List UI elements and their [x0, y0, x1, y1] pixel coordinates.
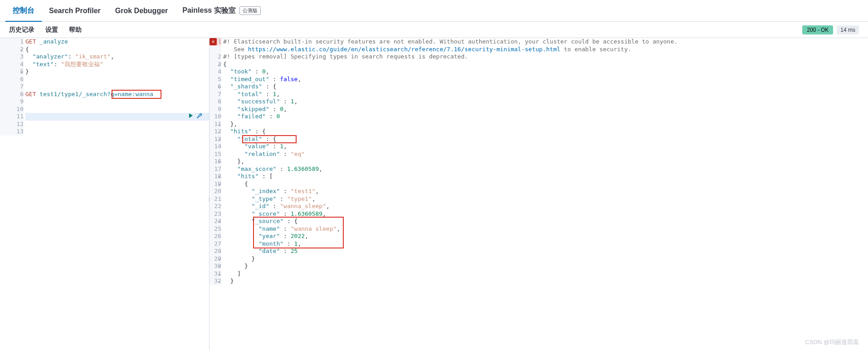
- tab-grok-debugger[interactable]: Grok Debugger: [108, 1, 175, 20]
- request-editor[interactable]: 12345678910111213 GET _analyze{ "analyze…: [0, 38, 210, 350]
- beta-badge: 公测版: [239, 6, 261, 15]
- response-viewer[interactable]: ✕123456789101112131415161718192021222324…: [210, 38, 868, 350]
- run-icon[interactable]: [188, 113, 194, 121]
- status-badge: 200 - OK: [802, 25, 833, 34]
- tab-painless-label: Painless 实验室: [182, 6, 235, 15]
- tab-painless-lab[interactable]: Painless 实验室 公测版: [175, 0, 268, 21]
- main-tabs: 控制台 Search Profiler Grok Debugger Painle…: [0, 0, 868, 22]
- watermark: CSDN @玛丽莲茼蒿: [805, 338, 859, 346]
- wrench-icon[interactable]: [196, 113, 203, 122]
- subtab-settings[interactable]: 设置: [42, 23, 62, 37]
- tab-search-profiler[interactable]: Search Profiler: [42, 1, 108, 20]
- subtabs-bar: 历史记录 设置 帮助 200 - OK 14 ms: [0, 22, 868, 38]
- status-time: 14 ms: [837, 25, 859, 34]
- subtab-help[interactable]: 帮助: [65, 23, 85, 37]
- subtab-history[interactable]: 历史记录: [5, 23, 38, 37]
- tab-console[interactable]: 控制台: [5, 0, 42, 22]
- error-icon: ✕: [210, 38, 217, 45]
- editor-split: 12345678910111213 GET _analyze{ "analyze…: [0, 38, 868, 350]
